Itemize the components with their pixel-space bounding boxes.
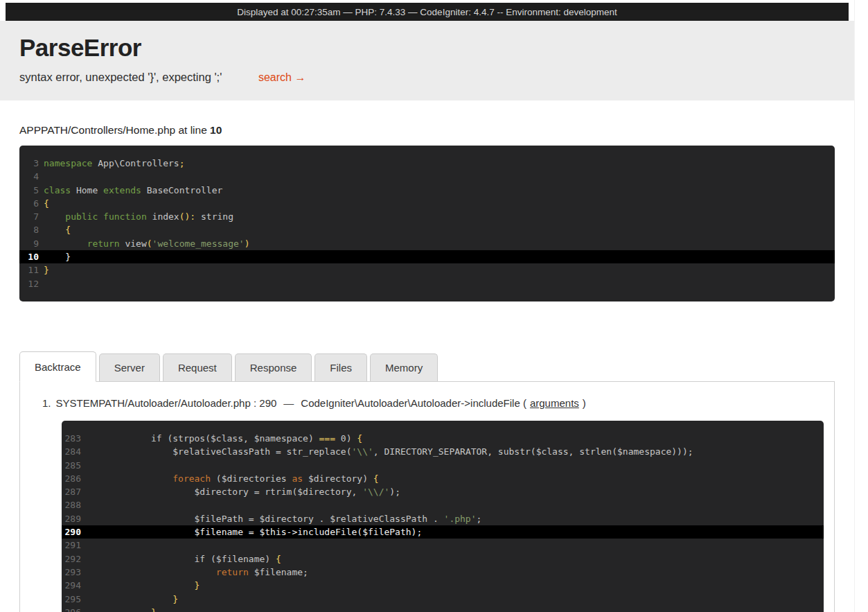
code-line: 9 return view('welcome_message') — [19, 237, 835, 250]
line-number: 12 — [19, 277, 39, 290]
code-text: } — [86, 606, 157, 612]
code-text: } — [86, 593, 178, 606]
tab-request[interactable]: Request — [163, 353, 232, 381]
source-location: APPPATH/Controllers/Home.php at line 10 — [19, 124, 835, 137]
backtrace-function: CodeIgniter\Autoloader\Autoloader->inclu… — [301, 397, 520, 409]
environment-info: Displayed at 00:27:35am — PHP: 7.4.33 — … — [237, 7, 617, 17]
code-line: 4 — [19, 170, 835, 183]
error-message-row: syntax error, unexpected '}', expecting … — [19, 71, 835, 84]
at-line-label: at line — [175, 124, 210, 136]
line-number: 296 — [62, 606, 81, 612]
code-line: 11} — [19, 263, 835, 277]
main-content: APPPATH/Controllers/Home.php at line 10 … — [0, 124, 854, 612]
code-text: if (strpos($class, $namespace) === 0) { — [86, 432, 362, 445]
code-line: 288 — [62, 498, 824, 512]
error-message: syntax error, unexpected '}', expecting … — [19, 71, 222, 83]
line-number: 291 — [62, 539, 81, 552]
code-text: public function index(): string — [44, 210, 233, 223]
scrollbar-track[interactable] — [854, 0, 868, 612]
search-link[interactable]: search → — [258, 71, 305, 83]
line-number: 288 — [62, 498, 81, 512]
page-title: ParseError — [19, 34, 835, 62]
code-text: } — [86, 579, 200, 592]
args-open-paren: ( — [523, 397, 526, 409]
code-line: 6{ — [19, 197, 835, 210]
code-line: 289 $filePath = $directory . $relativeCl… — [62, 512, 824, 525]
line-number: 292 — [62, 552, 81, 566]
code-line: 8 { — [19, 223, 835, 236]
backtrace-file: SYSTEMPATH/Autoloader/Autoloader.php : 2… — [56, 397, 277, 409]
code-line: 295 } — [62, 593, 824, 606]
code-text: { — [44, 197, 49, 210]
line-number: 290 — [62, 525, 81, 539]
line-number: 285 — [62, 459, 81, 472]
backtrace-index: 1. — [42, 397, 51, 409]
tab-response[interactable]: Response — [235, 353, 312, 381]
code-line: 7 public function index(): string — [19, 210, 835, 223]
code-text: $relativeClassPath = str_replace('\\', D… — [86, 445, 693, 458]
code-text: class Home extends BaseController — [44, 184, 222, 197]
code-line: 5class Home extends BaseController — [19, 184, 835, 197]
code-text: if ($filename) { — [86, 552, 281, 566]
tab-server[interactable]: Server — [99, 353, 160, 381]
tab-backtrace[interactable]: Backtrace — [19, 351, 96, 382]
code-line: 292 if ($filename) { — [62, 552, 824, 566]
tab-bar: BacktraceServerRequestResponseFilesMemor… — [19, 351, 835, 381]
code-line: 294 } — [62, 579, 824, 592]
line-number: 4 — [19, 170, 39, 183]
code-line: 293 return $filename; — [62, 566, 824, 579]
code-text: } — [44, 250, 71, 263]
line-number: 289 — [62, 512, 81, 525]
backtrace-separator: — — [283, 397, 294, 409]
line-number: 9 — [19, 237, 39, 250]
line-number: 11 — [19, 263, 39, 277]
backtrace-entry: 1.SYSTEMPATH/Autoloader/Autoloader.php :… — [42, 397, 824, 409]
code-line-highlighted: 290 $filename = $this->includeFile($file… — [62, 525, 824, 539]
code-text: namespace App\Controllers; — [44, 157, 185, 170]
code-line: 285 — [62, 459, 824, 472]
backtrace-panel: 1.SYSTEMPATH/Autoloader/Autoloader.php :… — [19, 381, 835, 612]
code-line-highlighted: 10 } — [19, 250, 835, 263]
code-text: $filePath = $directory . $relativeClassP… — [86, 512, 481, 525]
line-number: 284 — [62, 445, 81, 458]
code-line: 284 $relativeClassPath = str_replace('\\… — [62, 445, 824, 458]
code-line: 296 } — [62, 606, 824, 612]
line-number: 293 — [62, 566, 81, 579]
line-number: 8 — [19, 223, 39, 236]
arguments-link[interactable]: arguments — [530, 397, 579, 409]
code-text: $filename = $this->includeFile($filePath… — [86, 525, 422, 539]
source-file-path: APPPATH/Controllers/Home.php — [19, 124, 175, 136]
line-number: 5 — [19, 184, 39, 197]
line-number: 283 — [62, 432, 81, 445]
args-close-paren: ) — [583, 397, 586, 409]
line-number: 7 — [19, 210, 39, 223]
line-number: 6 — [19, 197, 39, 210]
code-line: 287 $directory = rtrim($directory, '\\/'… — [62, 485, 824, 498]
code-text: $directory = rtrim($directory, '\\/'); — [86, 485, 400, 498]
line-number: 295 — [62, 593, 81, 606]
environment-bar: Displayed at 00:27:35am — PHP: 7.4.33 — … — [6, 3, 849, 21]
code-text: return view('welcome_message') — [44, 237, 249, 250]
code-text: } — [44, 263, 49, 277]
code-line: 12 — [19, 277, 835, 290]
code-text: return $filename; — [86, 566, 308, 579]
line-number: 294 — [62, 579, 81, 592]
error-page: Displayed at 00:27:35am — PHP: 7.4.33 — … — [0, 3, 854, 612]
code-line: 283 if (strpos($class, $namespace) === 0… — [62, 432, 824, 445]
line-number: 10 — [19, 250, 39, 263]
tab-memory[interactable]: Memory — [370, 353, 438, 381]
tab-files[interactable]: Files — [315, 353, 367, 381]
code-text: { — [44, 223, 71, 236]
backtrace-code-block: 283 if (strpos($class, $namespace) === 0… — [62, 421, 824, 612]
line-number: 3 — [19, 157, 39, 170]
source-code-block: 3namespace App\Controllers;45class Home … — [19, 146, 835, 301]
source-line-number: 10 — [210, 124, 222, 136]
header: ParseError syntax error, unexpected '}',… — [0, 21, 854, 100]
line-number: 287 — [62, 485, 81, 498]
code-line: 286 foreach ($directories as $directory)… — [62, 472, 824, 485]
line-number: 286 — [62, 472, 81, 485]
code-text: foreach ($directories as $directory) { — [86, 472, 379, 485]
code-line: 291 — [62, 539, 824, 552]
code-line: 3namespace App\Controllers; — [19, 157, 835, 170]
